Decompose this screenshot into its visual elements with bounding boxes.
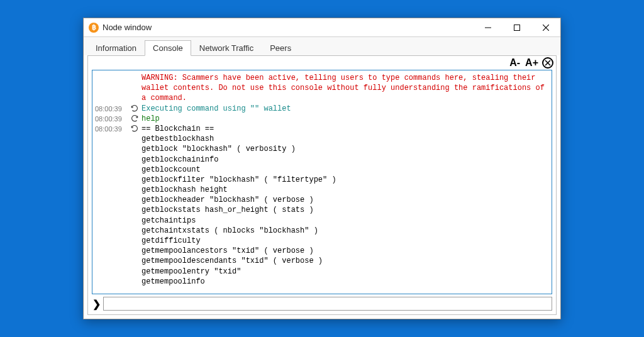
close-icon (543, 25, 549, 31)
row-time: 08:00:39 (94, 124, 128, 134)
console-warning-row: WARNING: Scammers have been active, tell… (94, 73, 550, 104)
minimize-button[interactable] (474, 18, 502, 36)
font-increase-button[interactable]: A+ (524, 57, 540, 69)
tab-bar: Information Console Network Traffic Peer… (84, 37, 560, 55)
console-panel: A- A+ WARNING: Scammers have been active… (87, 55, 557, 315)
console-row: 08:00:39 == Blockchain == getbestblockha… (94, 124, 550, 287)
tab-information[interactable]: Information (87, 40, 145, 56)
row-text: == Blockchain == getbestblockhash getblo… (142, 124, 550, 287)
window-buttons (474, 18, 560, 36)
clear-console-button[interactable] (542, 57, 553, 69)
tab-console[interactable]: Console (145, 40, 191, 56)
prompt-icon: ❯ (92, 298, 101, 310)
close-button[interactable] (531, 18, 560, 36)
row-text: Executing command using "" wallet (142, 104, 550, 114)
row-time: 08:00:39 (94, 114, 128, 124)
console-input-bar: ❯ (88, 297, 556, 314)
node-window: ฿ Node window Information Console Networ… (83, 18, 561, 319)
row-text: help (142, 114, 550, 124)
console-output[interactable]: WARNING: Scammers have been active, tell… (92, 70, 552, 294)
maximize-icon (514, 25, 520, 31)
row-time: 08:00:39 (94, 104, 128, 114)
tab-peers[interactable]: Peers (262, 40, 299, 56)
maximize-button[interactable] (502, 18, 531, 36)
tab-network-traffic[interactable]: Network Traffic (191, 40, 262, 56)
minimize-icon (485, 25, 491, 31)
console-row: 08:00:39 Executing command using "" wall… (94, 104, 550, 114)
reply-icon (128, 104, 142, 113)
sent-icon (128, 114, 142, 123)
row-time (94, 73, 128, 74)
console-toolbar: A- A+ (88, 56, 556, 70)
reply-icon (128, 124, 142, 133)
app-icon: ฿ (89, 23, 99, 33)
console-input[interactable] (103, 297, 552, 311)
console-row: 08:00:39 help (94, 114, 550, 124)
clear-icon (544, 59, 552, 67)
titlebar: ฿ Node window (84, 18, 560, 37)
window-title: Node window (103, 23, 474, 32)
svg-rect-0 (514, 25, 520, 30)
font-decrease-button[interactable]: A- (508, 57, 521, 69)
warning-text: WARNING: Scammers have been active, tell… (142, 73, 550, 104)
